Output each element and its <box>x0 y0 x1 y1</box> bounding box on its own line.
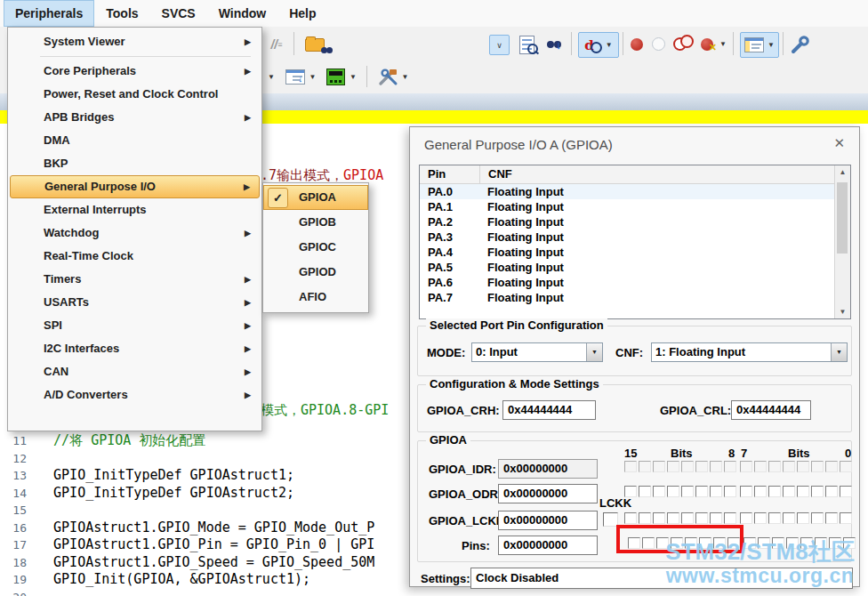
menu-item-timers[interactable]: Timers▶ <box>10 268 260 291</box>
kill-all-breakpoints-icon[interactable]: ✕ <box>699 36 715 52</box>
bit-checkbox[interactable] <box>740 512 752 524</box>
bit-checkbox[interactable] <box>840 512 852 524</box>
submenu-item-afio[interactable]: AFIO <box>263 285 368 310</box>
bit-checkbox[interactable] <box>653 512 665 524</box>
breakpoint-icon[interactable] <box>630 37 643 51</box>
menu-help[interactable]: Help <box>277 0 327 27</box>
mode-select[interactable]: 0: Input ▼ <box>471 342 603 362</box>
menu-item-core-peripherals[interactable]: Core Peripherals▶ <box>10 60 260 83</box>
bit-checkbox[interactable] <box>811 486 824 497</box>
bit-checkbox[interactable] <box>724 486 736 497</box>
chevron-down-icon[interactable]: ▼ <box>586 343 602 361</box>
menu-item-watchdog[interactable]: Watchdog▶ <box>10 221 260 245</box>
crh-field[interactable]: 0x44444444 <box>502 400 596 420</box>
menu-window[interactable]: Window <box>207 0 278 27</box>
bit-checkbox[interactable] <box>768 512 781 524</box>
submenu-item-gpioa[interactable]: ✓GPIOA <box>263 185 368 210</box>
menu-item-dma[interactable]: DMA <box>10 129 260 152</box>
menu-item-system-viewer[interactable]: System Viewer▶ <box>10 30 260 53</box>
bit-checkbox[interactable] <box>710 512 722 524</box>
column-header-cnf[interactable]: CNF <box>480 165 850 183</box>
table-scrollbar[interactable]: ▲ ▼ <box>834 165 850 318</box>
table-row[interactable]: PA.6Floating Input <box>420 275 850 290</box>
column-header-pin[interactable]: Pin <box>420 165 480 183</box>
menu-item-can[interactable]: CAN▶ <box>10 360 260 383</box>
bit-checkbox[interactable] <box>783 486 795 497</box>
submenu-item-gpiob[interactable]: GPIOB <box>263 210 368 235</box>
bit-checkbox[interactable] <box>797 486 809 497</box>
odr-field[interactable]: 0x00000000 <box>498 484 598 503</box>
bit-checkbox[interactable] <box>768 486 781 497</box>
logic-analyzer-icon[interactable]: ▼ <box>324 66 359 88</box>
menu-item-ad-converters[interactable]: A/D Converters▶ <box>10 383 260 407</box>
lckr-field[interactable]: 0x00000000 <box>498 511 598 530</box>
menu-item-general-purpose-io[interactable]: General Purpose I/O▶ <box>10 175 260 198</box>
table-row[interactable]: PA.5Floating Input <box>420 260 850 275</box>
memory-window-icon[interactable]: ▼ <box>740 32 779 58</box>
bit-checkbox[interactable] <box>624 512 637 524</box>
menu-item-real-time-clock[interactable]: Real-Time Clock <box>10 245 260 268</box>
bit-checkbox[interactable] <box>840 486 852 497</box>
table-row[interactable]: PA.2Floating Input <box>420 214 850 230</box>
pins-field[interactable]: 0x00000000 <box>498 536 598 555</box>
debug-restore-dropdown-icon[interactable]: ▼ <box>267 72 276 81</box>
table-row[interactable]: PA.0Floating Input <box>420 184 850 199</box>
serial-window-icon[interactable]: ↓▼ <box>283 66 318 88</box>
bit-checkbox[interactable] <box>639 512 651 524</box>
bit-checkbox[interactable] <box>681 486 694 497</box>
bit-checkbox <box>840 461 852 472</box>
disable-all-breakpoints-icon[interactable] <box>672 36 694 52</box>
bit-checkbox[interactable] <box>653 486 665 497</box>
debug-session-icon[interactable]: d ▼ <box>578 32 619 58</box>
breakpoints-dropdown-icon[interactable]: ▼ <box>719 39 727 48</box>
document-search-icon[interactable] <box>516 34 537 55</box>
menu-tools[interactable]: Tools <box>94 0 149 27</box>
bit-checkbox[interactable] <box>783 512 795 524</box>
table-row[interactable]: PA.3Floating Input <box>420 230 850 245</box>
table-row[interactable]: PA.1Floating Input <box>420 199 850 214</box>
find-next-icon[interactable]: ↓ <box>542 36 566 53</box>
table-row[interactable]: PA.7Floating Input <box>420 290 850 305</box>
table-row[interactable]: PA.4Floating Input <box>420 245 850 260</box>
menu-svcs[interactable]: SVCS <box>150 0 207 27</box>
group-legend: Selected Port Pin Configuration <box>426 318 607 332</box>
find-in-files-icon[interactable] <box>302 36 327 53</box>
bit-checkbox[interactable] <box>825 486 838 497</box>
scroll-down-icon[interactable]: ▼ <box>835 308 850 316</box>
chevron-down-icon[interactable]: ▼ <box>831 343 847 361</box>
bit-checkbox[interactable] <box>695 512 708 524</box>
menu-item-i2c-interfaces[interactable]: I2C Interfaces▶ <box>10 337 260 360</box>
bit-checkbox[interactable] <box>667 486 679 497</box>
menu-item-bkp[interactable]: BKP <box>10 152 260 175</box>
breakpoint-disabled-icon[interactable] <box>652 37 665 51</box>
toolbox-dropdown-icon[interactable]: ∨ <box>489 35 510 55</box>
bit-checkbox[interactable] <box>754 486 767 497</box>
close-icon[interactable]: ✕ <box>833 135 845 151</box>
bit-checkbox[interactable] <box>695 486 708 497</box>
bit-checkbox[interactable] <box>681 512 694 524</box>
configure-target-wrench-icon[interactable] <box>790 34 811 55</box>
bit-checkbox[interactable] <box>667 512 679 524</box>
crl-field[interactable]: 0x44444444 <box>731 400 811 420</box>
bit-checkbox[interactable] <box>639 486 651 497</box>
bit-checkbox[interactable] <box>797 512 809 524</box>
submenu-item-gpioc[interactable]: GPIOC <box>263 235 368 260</box>
menu-item-spi[interactable]: SPI▶ <box>10 314 260 337</box>
scrollbar-thumb[interactable] <box>837 182 848 254</box>
comment-lines-icon[interactable]: //≡ <box>265 36 288 53</box>
menu-item-external-interrupts[interactable]: External Interrupts <box>10 198 260 221</box>
bit-checkbox[interactable] <box>710 486 722 497</box>
submenu-item-gpiod[interactable]: GPIOD <box>263 260 368 285</box>
bit-checkbox[interactable] <box>811 512 824 524</box>
menu-item-apb-bridges[interactable]: APB Bridges▶ <box>10 106 260 129</box>
bit-checkbox[interactable] <box>754 512 767 524</box>
cnf-select[interactable]: 1: Floating Input ▼ <box>651 342 848 362</box>
scroll-up-icon[interactable]: ▲ <box>835 168 850 176</box>
bit-checkbox[interactable] <box>740 486 752 497</box>
bit-checkbox[interactable] <box>825 512 838 524</box>
menu-item-power-reset-clock[interactable]: Power, Reset and Clock Control <box>10 83 260 106</box>
menu-peripherals[interactable]: Peripherals <box>4 0 94 27</box>
system-tools-icon[interactable]: ▼ <box>374 66 413 88</box>
bit-checkbox[interactable] <box>724 512 736 524</box>
menu-item-usarts[interactable]: USARTs▶ <box>10 291 260 314</box>
